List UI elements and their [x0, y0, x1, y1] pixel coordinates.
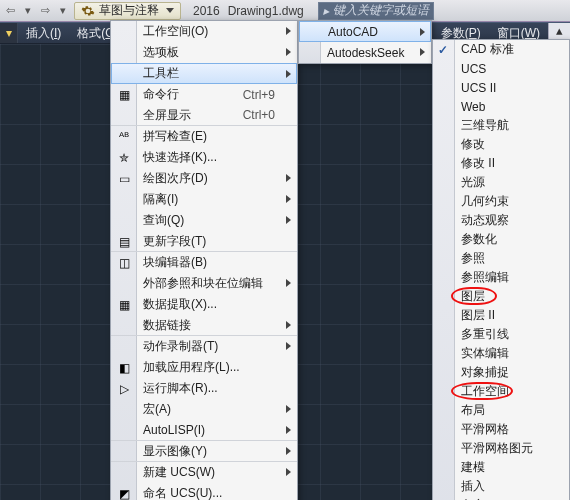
menu-item-label: 命令行 — [143, 86, 219, 103]
search-box[interactable]: ▸ 键入关键字或短语 — [318, 2, 434, 20]
toolbar-item-15[interactable]: 多重引线 — [433, 325, 569, 344]
menu-item-label: 布局 — [461, 402, 559, 419]
tools-item-13[interactable]: ▦数据提取(X)... — [111, 294, 297, 315]
toolbar-item-19[interactable]: 布局 — [433, 401, 569, 420]
toolbar-src-item-0[interactable]: AutoCAD — [299, 21, 431, 42]
history-next-dd-icon[interactable]: ▾ — [58, 4, 68, 17]
menu-item-label: 参照 — [461, 250, 559, 267]
toolbar-item-23[interactable]: 插入 — [433, 477, 569, 496]
submenu-arrow-icon — [286, 27, 291, 35]
tools-item-7[interactable]: ▭绘图次序(D) — [111, 168, 297, 189]
toolbar-item-7[interactable]: 光源 — [433, 173, 569, 192]
tools-item-2[interactable]: 工具栏 — [111, 63, 297, 84]
title-bar: ⇦ ▾ ⇨ ▾ 草图与注释 2016 Drawing1.dwg ▸ 键入关键字或… — [0, 0, 570, 22]
tools-item-6[interactable]: ✮快速选择(K)... — [111, 147, 297, 168]
toolbar-item-17[interactable]: 对象捕捉 — [433, 363, 569, 382]
menu-item-label: 动态观察 — [461, 212, 559, 229]
search-placeholder: 键入关键字或短语 — [333, 2, 429, 19]
workspace-switcher[interactable]: 草图与注释 — [74, 2, 181, 20]
toolbar-item-12[interactable]: 参照编辑 — [433, 268, 569, 287]
toolbar-item-18[interactable]: 工作空间 — [433, 382, 569, 401]
block-icon: ◫ — [115, 254, 133, 271]
menu-item-label: 加载应用程序(L)... — [143, 359, 275, 376]
tools-item-8[interactable]: 隔离(I) — [111, 189, 297, 210]
tools-item-22[interactable]: ◩命名 UCS(U)... — [111, 483, 297, 500]
menubar-item-left-0[interactable]: 插入(I) — [18, 23, 69, 43]
order-icon: ▭ — [115, 170, 133, 187]
toolbar-item-24[interactable]: 文字 — [433, 496, 569, 500]
tools-item-1[interactable]: 选项板 — [111, 42, 297, 63]
submenu-arrow-icon — [286, 321, 291, 329]
menu-item-label: 数据链接 — [143, 317, 275, 334]
menu-item-label: 查询(Q) — [143, 212, 275, 229]
menu-item-label: 更新字段(T) — [143, 233, 275, 250]
toolbar-item-2[interactable]: UCS II — [433, 78, 569, 97]
field-icon: ▤ — [115, 233, 133, 250]
menu-item-label: 绘图次序(D) — [143, 170, 275, 187]
menu-item-label: 实体编辑 — [461, 345, 559, 362]
menu-item-label: 显示图像(Y) — [143, 443, 275, 460]
menu-item-label: AutoCAD — [328, 25, 409, 39]
tools-item-3[interactable]: ▦命令行Ctrl+9 — [111, 84, 297, 105]
tools-item-19[interactable]: AutoLISP(I) — [111, 420, 297, 441]
menu-item-label: Web — [461, 100, 559, 114]
submenu-arrow-icon — [286, 447, 291, 455]
menu-item-label: 运行脚本(R)... — [143, 380, 275, 397]
tools-item-16[interactable]: ◧加载应用程序(L)... — [111, 357, 297, 378]
toolbar-item-22[interactable]: 建模 — [433, 458, 569, 477]
toolbar-item-14[interactable]: 图层 II — [433, 306, 569, 325]
toolbar-item-9[interactable]: 动态观察 — [433, 211, 569, 230]
toolbar-item-5[interactable]: 修改 — [433, 135, 569, 154]
cmd-icon: ▦ — [115, 86, 133, 103]
history-back-icon[interactable]: ⇦ — [4, 4, 17, 17]
toolbar-item-3[interactable]: Web — [433, 97, 569, 116]
submenu-arrow-icon — [420, 48, 425, 56]
submenu-arrow-icon — [286, 342, 291, 350]
toolbar-item-11[interactable]: 参照 — [433, 249, 569, 268]
ucs-icon: ◩ — [115, 485, 133, 500]
toolbar-item-8[interactable]: 几何约束 — [433, 192, 569, 211]
tools-item-9[interactable]: 查询(Q) — [111, 210, 297, 231]
tools-item-0[interactable]: 工作空间(O) — [111, 21, 297, 42]
toolbar-item-21[interactable]: 平滑网格图元 — [433, 439, 569, 458]
toolbar-item-20[interactable]: 平滑网格 — [433, 420, 569, 439]
menu-item-label: UCS — [461, 62, 559, 76]
submenu-arrow-icon — [286, 405, 291, 413]
toolbar-item-10[interactable]: 参数化 — [433, 230, 569, 249]
menu-item-label: 光源 — [461, 174, 559, 191]
history-fwd-icon[interactable]: ▾ — [23, 4, 33, 17]
toolbar-item-6[interactable]: 修改 II — [433, 154, 569, 173]
toolbar-src-item-1[interactable]: AutodeskSeek — [299, 42, 431, 63]
tools-item-17[interactable]: ▷运行脚本(R)... — [111, 378, 297, 399]
tools-item-12[interactable]: 外部参照和块在位编辑 — [111, 273, 297, 294]
toolbar-item-4[interactable]: 三维导航 — [433, 116, 569, 135]
tools-item-11[interactable]: ◫块编辑器(B) — [111, 252, 297, 273]
menu-item-label: 建模 — [461, 459, 559, 476]
tools-item-21[interactable]: 新建 UCS(W) — [111, 462, 297, 483]
submenu-arrow-icon — [286, 70, 291, 78]
tools-item-20[interactable]: 显示图像(Y) — [111, 441, 297, 462]
menu-item-label: 外部参照和块在位编辑 — [143, 275, 275, 292]
menu-item-label: 拼写检查(E) — [143, 128, 275, 145]
toolbar-item-1[interactable]: UCS — [433, 59, 569, 78]
data-icon: ▦ — [115, 296, 133, 313]
script-icon: ▷ — [115, 380, 133, 397]
tools-item-15[interactable]: 动作录制器(T) — [111, 336, 297, 357]
tools-item-18[interactable]: 宏(A) — [111, 399, 297, 420]
menu-item-label: 宏(A) — [143, 401, 275, 418]
tools-item-14[interactable]: 数据链接 — [111, 315, 297, 336]
menu-item-label: 命名 UCS(U)... — [143, 485, 275, 501]
menu-item-label: AutoLISP(I) — [143, 423, 275, 437]
menu-item-label: 新建 UCS(W) — [143, 464, 275, 481]
tools-item-5[interactable]: ᴬᴮ拼写检查(E) — [111, 126, 297, 147]
qsel-icon: ✮ — [115, 149, 133, 166]
toolbar-item-13[interactable]: 图层 — [433, 287, 569, 306]
history-next-icon[interactable]: ⇨ — [39, 4, 52, 17]
menu-item-label: 几何约束 — [461, 193, 559, 210]
tools-item-10[interactable]: ▤更新字段(T) — [111, 231, 297, 252]
toolbar-item-16[interactable]: 实体编辑 — [433, 344, 569, 363]
menu-handle-icon[interactable]: ▾ — [0, 23, 18, 43]
tools-item-4[interactable]: 全屏显示Ctrl+0 — [111, 105, 297, 126]
toolbar-item-0[interactable]: ✓CAD 标准 — [433, 40, 569, 59]
menu-item-label: AutodeskSeek — [327, 46, 409, 60]
